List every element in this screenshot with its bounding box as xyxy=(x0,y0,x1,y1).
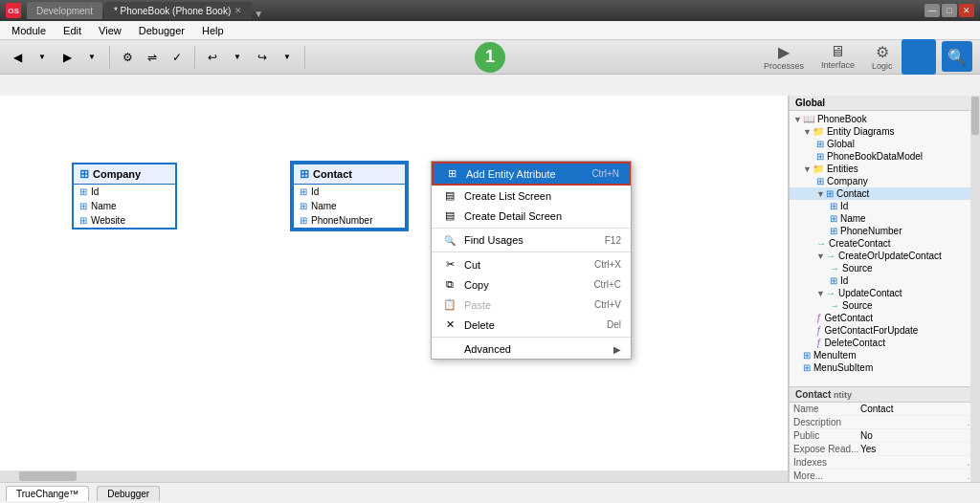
props-indexes: Indexes … xyxy=(790,456,980,470)
ctx-paste-icon: 📋 xyxy=(441,298,458,311)
company-name-field: ⊞ Name xyxy=(74,199,175,213)
tree-contact[interactable]: ▼ ⊞ Contact xyxy=(790,187,980,200)
nav-group: ◀ ▼ ▶ ▼ xyxy=(6,46,110,69)
ctx-separator-3 xyxy=(432,337,631,338)
forward-dropdown[interactable]: ▼ xyxy=(80,46,103,69)
app-logo: OS xyxy=(6,3,21,18)
tree-uc-source[interactable]: → Source xyxy=(790,299,980,312)
settings-button[interactable]: ⚙ xyxy=(116,46,139,69)
menu-debugger[interactable]: Debugger xyxy=(131,23,192,38)
data-button[interactable]: ⊞ Data xyxy=(902,39,936,75)
back-button[interactable]: ◀ xyxy=(6,46,29,69)
ctx-advanced-arrow-icon: ▶ xyxy=(613,344,621,355)
processes-button[interactable]: ▶ Processes xyxy=(756,39,812,75)
tree-menusubitem[interactable]: ⊞ MenuSubItem xyxy=(790,361,980,374)
window-controls: — □ ✕ xyxy=(924,4,974,17)
tree-contact-id[interactable]: ⊞ Id xyxy=(790,200,980,212)
tab-bar: Development * PhoneBook (Phone Book) ✕ ▼ xyxy=(27,2,263,19)
tree-global[interactable]: ⊞ Global xyxy=(790,138,980,150)
menu-help[interactable]: Help xyxy=(194,23,232,38)
ctx-delete[interactable]: ✕ Delete Del xyxy=(432,315,631,335)
ctx-advanced[interactable]: Advanced ▶ xyxy=(432,339,631,359)
ctx-cut-icon: ✂ xyxy=(441,258,458,271)
redo-dropdown[interactable]: ▼ xyxy=(276,46,299,69)
search-button[interactable]: 🔍 xyxy=(942,41,972,72)
main-area: ⊞ Company ⊞ Id ⊞ Name ⊞ Website ⊞ Contac… xyxy=(0,96,980,482)
menu-view[interactable]: View xyxy=(91,23,129,38)
contact-phonenumber-field: ⊞ PhoneNumber xyxy=(294,213,405,228)
tree-phonebookdatamodel[interactable]: ⊞ PhoneBookDataModel xyxy=(790,150,980,163)
back-dropdown[interactable]: ▼ xyxy=(31,46,54,69)
menu-module[interactable]: Module xyxy=(4,23,54,38)
maximize-button[interactable]: □ xyxy=(942,4,957,17)
forward-button[interactable]: ▶ xyxy=(56,46,78,69)
interface-button[interactable]: 🖥 Interface xyxy=(813,39,862,74)
tree-area[interactable]: ▼ 📖 PhoneBook ▼ 📁 Entity Diagrams ⊞ Glob… xyxy=(790,111,980,386)
tree-deletecontact[interactable]: ƒ DeleteContact xyxy=(790,337,980,349)
props-header: Contact ntity xyxy=(790,387,980,403)
ctx-add-entity-attribute[interactable]: ⊞ Add Entity Attribute Ctrl+N xyxy=(432,162,631,186)
tree-createorupdatecontact[interactable]: ▼ → CreateOrUpdateContact xyxy=(790,250,980,262)
undo-dropdown[interactable]: ▼ xyxy=(226,46,249,69)
tab-close-icon[interactable]: ✕ xyxy=(234,6,242,15)
ctx-find-usages[interactable]: 🔍 Find Usages F12 xyxy=(432,230,631,250)
canvas[interactable]: ⊞ Company ⊞ Id ⊞ Name ⊞ Website ⊞ Contac… xyxy=(0,96,789,482)
logic-button[interactable]: ⚙ Logic xyxy=(864,39,901,75)
ctx-create-detail-screen[interactable]: ▤ Create Detail Screen xyxy=(432,206,631,226)
history-group: ↩ ▼ ↪ ▼ xyxy=(201,46,305,69)
ctx-cut[interactable]: ✂ Cut Ctrl+X xyxy=(432,254,631,274)
step-indicator: 1 xyxy=(475,42,505,73)
contact-id-field: ⊞ Id xyxy=(294,185,405,199)
ctx-copy[interactable]: ⧉ Copy Ctrl+C xyxy=(432,274,631,295)
tree-contact-name[interactable]: ⊞ Name xyxy=(790,212,980,225)
tab-dropdown-icon[interactable]: ▼ xyxy=(254,9,263,19)
right-panel: Global ▼ 📖 PhoneBook ▼ 📁 Entity Diagrams… xyxy=(789,96,980,482)
global-label: Global xyxy=(790,96,980,111)
tree-company[interactable]: ⊞ Company xyxy=(790,175,980,187)
tree-menuitem[interactable]: ⊞ MenuItem xyxy=(790,349,980,361)
ctx-create-list-screen[interactable]: ▤ Create List Screen xyxy=(432,186,631,206)
tree-createcontact[interactable]: → CreateContact xyxy=(790,237,980,250)
contact-entity[interactable]: ⊞ Contact ⊞ Id ⊞ Name ⊞ PhoneNumber xyxy=(292,163,407,230)
view-toolbar: ▶ Processes 🖥 Interface ⚙ Logic ⊞ Data 🔍 xyxy=(756,19,972,94)
tree-getcontactforupdate[interactable]: ƒ GetContactForUpdate xyxy=(790,324,980,337)
redo-button[interactable]: ↪ xyxy=(251,46,274,69)
context-menu: ⊞ Add Entity Attribute Ctrl+N ▤ Create L… xyxy=(431,161,632,360)
menu-edit[interactable]: Edit xyxy=(56,23,89,38)
undo-button[interactable]: ↩ xyxy=(201,46,224,69)
debugger-tab[interactable]: Debugger xyxy=(97,486,160,501)
compare-button[interactable]: ⇌ xyxy=(141,46,164,69)
tree-getcontact[interactable]: ƒ GetContact xyxy=(790,312,980,324)
status-bar: TrueChange™ Debugger xyxy=(0,482,980,503)
close-button[interactable]: ✕ xyxy=(959,4,974,17)
title-bar: OS Development * PhoneBook (Phone Book) … xyxy=(0,0,980,21)
company-entity[interactable]: ⊞ Company ⊞ Id ⊞ Name ⊞ Website xyxy=(72,163,177,230)
tab-phonebook[interactable]: * PhoneBook (Phone Book) ✕ xyxy=(104,2,252,19)
props-description: Description … xyxy=(790,416,980,429)
tree-cor-id[interactable]: ⊞ Id xyxy=(790,274,980,287)
tree-entities[interactable]: ▼ 📁 Entities xyxy=(790,163,980,175)
panel-scrollbar-v[interactable] xyxy=(970,96,980,482)
contact-header: ⊞ Contact xyxy=(294,164,405,185)
company-id-field: ⊞ Id xyxy=(74,185,175,199)
props-more[interactable]: More... … xyxy=(790,470,980,482)
tree-cor-source[interactable]: → Source xyxy=(790,262,980,274)
props-name: Name Contact xyxy=(790,403,980,416)
minimize-button[interactable]: — xyxy=(924,4,940,17)
truechange-tab[interactable]: TrueChange™ xyxy=(6,486,89,501)
ctx-find-icon: 🔍 xyxy=(441,235,458,246)
ctx-detail-icon: ▤ xyxy=(441,209,458,222)
tree-updatecontact[interactable]: ▼ → UpdateContact xyxy=(790,287,980,299)
entity-grid-icon: ⊞ xyxy=(79,167,89,181)
canvas-scrollbar-h[interactable] xyxy=(0,470,788,482)
tree-contact-phonenumber[interactable]: ⊞ PhoneNumber xyxy=(790,225,980,237)
tab-development[interactable]: Development xyxy=(27,2,102,19)
contact-name-field: ⊞ Name xyxy=(294,199,405,213)
check-button[interactable]: ✓ xyxy=(166,46,189,69)
props-panel: Contact ntity Name Contact Description …… xyxy=(790,386,980,482)
tree-phonebook[interactable]: ▼ 📖 PhoneBook xyxy=(790,113,980,125)
ctx-copy-icon: ⧉ xyxy=(441,278,458,291)
ctx-add-icon: ⊞ xyxy=(443,167,460,180)
tree-entity-diagrams[interactable]: ▼ 📁 Entity Diagrams xyxy=(790,125,980,138)
toolbar: ◀ ▼ ▶ ▼ ⚙ ⇌ ✓ ↩ ▼ ↪ ▼ 1 ▶ Processes 🖥 In… xyxy=(0,40,980,75)
